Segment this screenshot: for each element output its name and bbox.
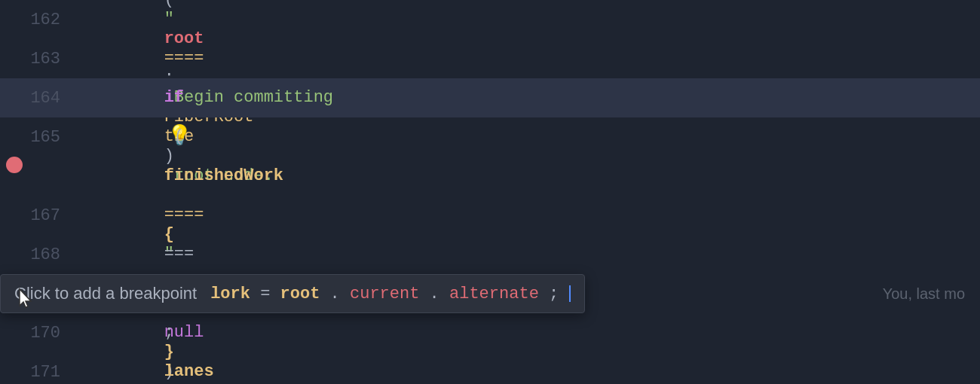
- line-number-170: 170: [0, 324, 75, 343]
- var-finishedWork: finishedWork: [164, 166, 283, 185]
- keyword-if: if: [164, 88, 184, 107]
- code-area: 162 163 function commitRoot ( root : Fib…: [0, 0, 980, 384]
- breakpoint-tooltip[interactable]: Click to add a breakpoint lork = root . …: [0, 274, 585, 313]
- line-number-165: 165: [0, 128, 75, 147]
- line-number-167: 167: [0, 206, 75, 225]
- var-lanes: lanes: [164, 362, 214, 381]
- line-number-171: 171: [0, 363, 75, 382]
- text-cursor: [569, 285, 571, 302]
- code-editor: 162 163 function commitRoot ( root : Fib…: [0, 0, 980, 384]
- line-number-168: 168: [0, 245, 75, 264]
- tooltip-label: Click to add a breakpoint: [14, 284, 197, 303]
- breakpoint-indicator[interactable]: [6, 157, 23, 173]
- line-number-162: 162: [0, 11, 75, 29]
- line-number-163: 163: [0, 50, 75, 69]
- line-number-164: 164: [0, 89, 75, 108]
- tooltip-code-snippet: lork = root . current . alternate ;: [210, 285, 571, 303]
